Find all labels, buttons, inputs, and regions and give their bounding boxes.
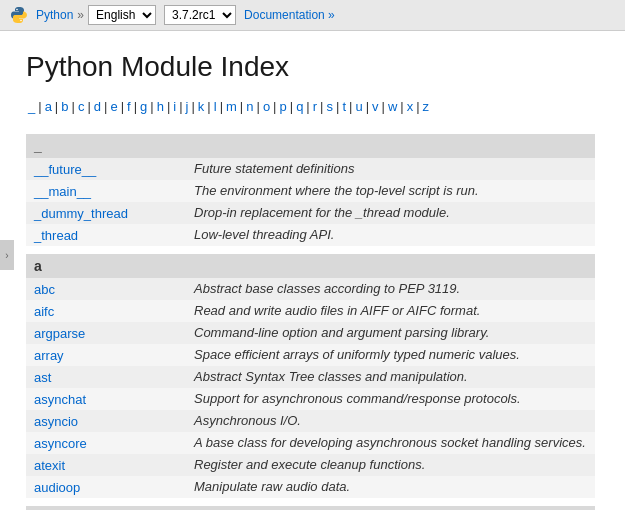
module-link[interactable]: array bbox=[34, 348, 64, 363]
letter-index-bar: _ | a | b | c | d | e | f | g | h | i | … bbox=[26, 99, 595, 114]
module-link[interactable]: asyncio bbox=[34, 414, 78, 429]
letter-link-f[interactable]: f bbox=[125, 99, 133, 114]
table-row: abcAbstract base classes according to PE… bbox=[26, 278, 595, 300]
letter-link-h[interactable]: h bbox=[155, 99, 166, 114]
letter-link-e[interactable]: e bbox=[108, 99, 119, 114]
module-desc: A base class for developing asynchronous… bbox=[186, 432, 595, 454]
module-desc: Command-line option and argument parsing… bbox=[186, 322, 595, 344]
letter-link-s[interactable]: s bbox=[324, 99, 335, 114]
letter-link-t[interactable]: t bbox=[340, 99, 348, 114]
letter-link-d[interactable]: d bbox=[92, 99, 103, 114]
table-row: atexitRegister and execute cleanup funct… bbox=[26, 454, 595, 476]
module-desc: Low-level threading API. bbox=[186, 224, 595, 246]
lang-select[interactable]: English bbox=[88, 5, 156, 25]
letter-link-w[interactable]: w bbox=[386, 99, 399, 114]
table-row: arraySpace efficient arrays of uniformly… bbox=[26, 344, 595, 366]
topnav: Python » English 3.7.2rc1 Documentation … bbox=[0, 0, 625, 31]
letter-link-u[interactable]: u bbox=[353, 99, 364, 114]
letter-link-c[interactable]: c bbox=[76, 99, 87, 114]
table-row: __main__The environment where the top-le… bbox=[26, 180, 595, 202]
letter-link-underscore[interactable]: _ bbox=[26, 99, 37, 114]
letter-link-i[interactable]: i bbox=[171, 99, 178, 114]
table-row: audioopManipulate raw audio data. bbox=[26, 476, 595, 498]
letter-link-r[interactable]: r bbox=[311, 99, 319, 114]
module-link[interactable]: asyncore bbox=[34, 436, 87, 451]
section-header-a: a bbox=[26, 254, 595, 278]
module-desc: Abstract base classes according to PEP 3… bbox=[186, 278, 595, 300]
table-row: aifcRead and write audio files in AIFF o… bbox=[26, 300, 595, 322]
letter-link-x[interactable]: x bbox=[405, 99, 416, 114]
letter-link-o[interactable]: o bbox=[261, 99, 272, 114]
module-link[interactable]: _thread bbox=[34, 228, 78, 243]
module-desc: Register and execute cleanup functions. bbox=[186, 454, 595, 476]
main-content: Python Module Index _ | a | b | c | d | … bbox=[0, 31, 625, 510]
module-desc: Abstract Syntax Tree classes and manipul… bbox=[186, 366, 595, 388]
module-link[interactable]: atexit bbox=[34, 458, 65, 473]
module-link[interactable]: ast bbox=[34, 370, 51, 385]
table-row: argparseCommand-line option and argument… bbox=[26, 322, 595, 344]
table-row: _dummy_threadDrop-in replacement for the… bbox=[26, 202, 595, 224]
letter-link-a[interactable]: a bbox=[43, 99, 54, 114]
letter-link-v[interactable]: v bbox=[370, 99, 381, 114]
letter-link-k[interactable]: k bbox=[196, 99, 207, 114]
letter-link-q[interactable]: q bbox=[294, 99, 305, 114]
page-title: Python Module Index bbox=[26, 51, 595, 83]
svg-point-1 bbox=[20, 20, 22, 22]
module-link[interactable]: _dummy_thread bbox=[34, 206, 128, 221]
version-select[interactable]: 3.7.2rc1 bbox=[164, 5, 236, 25]
module-desc: Drop-in replacement for the _thread modu… bbox=[186, 202, 595, 224]
letter-link-z[interactable]: z bbox=[421, 99, 432, 114]
module-link[interactable]: aifc bbox=[34, 304, 54, 319]
module-link[interactable]: __future__ bbox=[34, 162, 96, 177]
table-row: __future__Future statement definitions bbox=[26, 158, 595, 180]
table-row: _threadLow-level threading API. bbox=[26, 224, 595, 246]
sep1: » bbox=[77, 8, 84, 22]
section-header-b: b bbox=[26, 506, 595, 510]
python-logo-icon bbox=[10, 6, 28, 24]
letter-link-b[interactable]: b bbox=[59, 99, 70, 114]
letter-link-j[interactable]: j bbox=[184, 99, 191, 114]
letter-link-n[interactable]: n bbox=[244, 99, 255, 114]
module-desc: The environment where the top-level scri… bbox=[186, 180, 595, 202]
left-sidebar-toggle[interactable]: › bbox=[0, 240, 14, 270]
python-link[interactable]: Python bbox=[36, 8, 73, 22]
module-desc: Space efficient arrays of uniformly type… bbox=[186, 344, 595, 366]
module-table: ___future__Future statement definitions_… bbox=[26, 134, 595, 510]
letter-link-l[interactable]: l bbox=[212, 99, 219, 114]
section-header-_: _ bbox=[26, 134, 595, 158]
letter-link-g[interactable]: g bbox=[138, 99, 149, 114]
module-desc: Asynchronous I/O. bbox=[186, 410, 595, 432]
module-desc: Support for asynchronous command/respons… bbox=[186, 388, 595, 410]
module-desc: Read and write audio files in AIFF or AI… bbox=[186, 300, 595, 322]
module-link[interactable]: argparse bbox=[34, 326, 85, 341]
table-row: asyncioAsynchronous I/O. bbox=[26, 410, 595, 432]
module-link[interactable]: audioop bbox=[34, 480, 80, 495]
table-row: asyncoreA base class for developing asyn… bbox=[26, 432, 595, 454]
module-link[interactable]: abc bbox=[34, 282, 55, 297]
letter-link-m[interactable]: m bbox=[224, 99, 239, 114]
doc-link[interactable]: Documentation » bbox=[244, 8, 335, 22]
module-link[interactable]: __main__ bbox=[34, 184, 91, 199]
module-link[interactable]: asynchat bbox=[34, 392, 86, 407]
module-desc: Manipulate raw audio data. bbox=[186, 476, 595, 498]
table-row: asynchatSupport for asynchronous command… bbox=[26, 388, 595, 410]
table-row: astAbstract Syntax Tree classes and mani… bbox=[26, 366, 595, 388]
letter-link-p[interactable]: p bbox=[278, 99, 289, 114]
svg-point-0 bbox=[16, 9, 18, 11]
module-desc: Future statement definitions bbox=[186, 158, 595, 180]
